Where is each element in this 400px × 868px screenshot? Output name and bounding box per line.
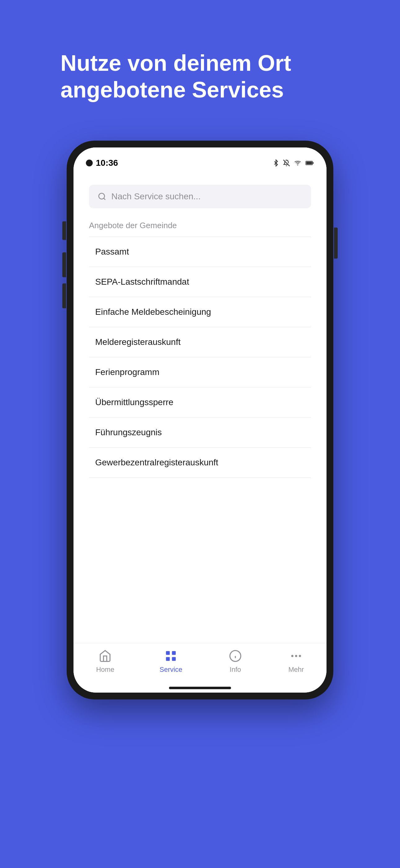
svg-point-16 <box>299 655 301 657</box>
svg-point-5 <box>99 193 105 199</box>
wifi-icon <box>294 160 302 166</box>
phone-frame: 10:36 <box>67 141 333 700</box>
search-icon <box>98 192 106 201</box>
nav-item-mehr[interactable]: Mehr <box>288 648 304 674</box>
nav-item-home[interactable]: Home <box>96 648 114 674</box>
home-bar <box>73 686 327 692</box>
search-placeholder-text: Nach Service suchen... <box>111 191 201 202</box>
status-bar: 10:36 <box>73 148 327 172</box>
home-indicator <box>169 687 231 689</box>
svg-line-0 <box>284 160 290 166</box>
svg-rect-8 <box>172 651 176 655</box>
svg-point-14 <box>291 655 293 657</box>
svg-rect-10 <box>172 657 176 661</box>
nav-item-service[interactable]: Service <box>160 648 182 674</box>
app-content: Nach Service suchen... Angebote der Geme… <box>73 172 327 643</box>
service-item-meldebescheinigung[interactable]: Einfache Meldebescheinigung <box>89 297 311 327</box>
svg-rect-4 <box>306 161 312 164</box>
svg-point-1 <box>297 164 298 165</box>
home-icon <box>99 649 112 662</box>
info-icon <box>229 649 242 662</box>
service-grid-icon <box>164 649 177 662</box>
bell-off-icon <box>283 159 290 167</box>
service-item-ferienprogramm[interactable]: Ferienprogramm <box>89 357 311 388</box>
nav-label-service: Service <box>160 665 182 674</box>
service-item-gewerbezentral[interactable]: Gewerbezentralregisterauskunft <box>89 448 311 478</box>
svg-rect-3 <box>312 162 313 164</box>
camera-dot <box>86 160 93 166</box>
service-item-fuehrungszeugnis[interactable]: Führungszeugnis <box>89 417 311 448</box>
bluetooth-icon <box>272 159 279 167</box>
bottom-nav: Home Service <box>73 643 327 686</box>
svg-rect-7 <box>166 651 170 655</box>
svg-line-6 <box>104 198 105 199</box>
battery-icon <box>305 160 314 166</box>
status-time-area: 10:36 <box>86 158 118 168</box>
service-item-passamt[interactable]: Passamt <box>89 237 311 267</box>
nav-label-info: Info <box>230 665 241 674</box>
svg-rect-9 <box>166 657 170 661</box>
phone-screen: 10:36 <box>73 148 327 692</box>
nav-label-mehr: Mehr <box>288 665 304 674</box>
svg-point-15 <box>295 655 297 657</box>
headline: Nutze von deinem Ort angebotene Services <box>61 50 339 103</box>
service-item-uebermittlungssperre[interactable]: Übermittlungssperre <box>89 388 311 417</box>
section-label: Angebote der Gemeinde <box>89 221 311 230</box>
service-item-sepa[interactable]: SEPA-Lastschriftmandat <box>89 267 311 297</box>
service-item-melderegister[interactable]: Melderegisterauskunft <box>89 327 311 357</box>
search-bar[interactable]: Nach Service suchen... <box>89 185 311 208</box>
more-icon <box>290 649 303 662</box>
nav-label-home: Home <box>96 665 114 674</box>
status-icons <box>272 159 314 167</box>
nav-item-info[interactable]: Info <box>228 648 243 674</box>
time-display: 10:36 <box>96 158 118 168</box>
services-list: Passamt SEPA-Lastschriftmandat Einfache … <box>89 237 311 643</box>
